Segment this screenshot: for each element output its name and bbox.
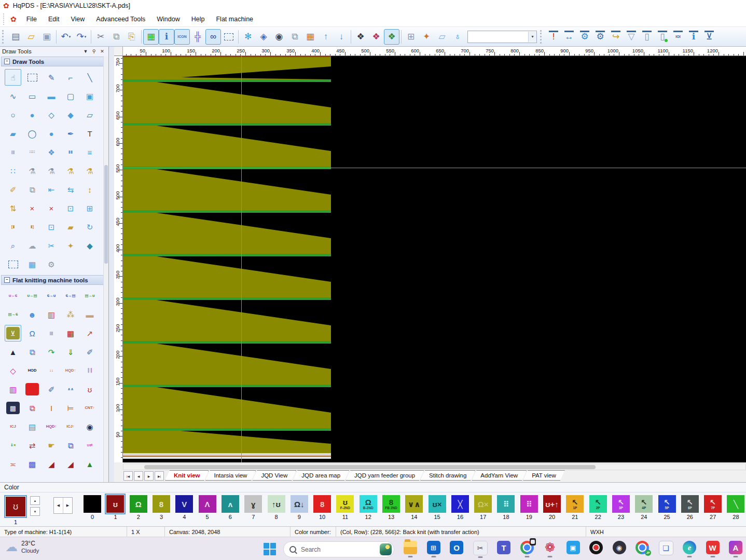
tool-export-drawing[interactable]: ↗ (81, 325, 98, 342)
toolbar-calculator-button[interactable]: ⊞ (403, 29, 419, 45)
toolbar-machine-info-button[interactable]: ℹ (686, 29, 701, 45)
tool-crop-window[interactable]: ✂ (43, 237, 60, 254)
tool-needle-bars[interactable]: ||| (43, 325, 60, 342)
collapse-icon[interactable]: − (4, 277, 10, 283)
tool-blur-square[interactable]: ▩ (24, 456, 40, 472)
tool-yarn-network-tree[interactable]: ⁂ (62, 306, 79, 323)
tool-layer-button[interactable]: ▬ (81, 306, 98, 323)
panel-splitter[interactable] (109, 47, 114, 482)
tool-solid-triangle[interactable]: ◢ (62, 456, 79, 472)
tool-text[interactable]: T (81, 125, 98, 142)
tool-select-hand[interactable]: ☝ (5, 69, 21, 86)
tab-nav-last-button[interactable]: ▶| (155, 471, 164, 481)
tool-carrier-bars[interactable]: ║║ (81, 362, 98, 379)
start-button[interactable] (264, 543, 276, 555)
redo-dropdown-icon[interactable]: ▾ (85, 35, 87, 39)
tool-hand-card[interactable]: ☛ (43, 437, 60, 454)
tool-rounded-rectangle[interactable]: ▢ (62, 88, 79, 104)
toolbar-marquee-tool-button[interactable] (221, 29, 237, 45)
color-swatch-11[interactable]: ʊF-2ND (336, 495, 354, 513)
toolbar-icon-view-toggle-button[interactable]: ICON (174, 29, 190, 45)
toolbar-needle-io-button[interactable]: IOI (670, 29, 686, 45)
color-swatch-2[interactable]: Ω (130, 495, 147, 513)
tool-transfer-back-to-front[interactable]: ϐ→ʊ (43, 288, 60, 304)
tool-carrier-down-arrows[interactable]: ↓↓ (43, 362, 60, 379)
tab-knit-view[interactable]: Knit view (165, 470, 209, 481)
panel-scrollbar[interactable] (103, 56, 108, 482)
tool-vertical-gap-2[interactable]: ⇅ (5, 200, 21, 216)
tab-addyarn-view[interactable]: AddYarn View (472, 470, 527, 481)
taskbar-app-file-explorer[interactable] (404, 541, 417, 554)
canvas-scrollbar-thumb[interactable] (144, 465, 596, 469)
tool-loop-swap[interactable]: ʊ⇄ (81, 437, 98, 454)
toolbar-save-file-button[interactable]: ▣ (39, 29, 54, 45)
taskbar-app-chrome-watch[interactable] (520, 541, 534, 554)
tool-dot-circle-pattern[interactable]: ◉ (81, 418, 98, 435)
color-swatch-4[interactable]: V (175, 495, 193, 513)
taskbar-weather-widget[interactable]: ☁ 23°C Cloudy (5, 540, 39, 554)
taskbar-app-snipping-tool[interactable]: ✂ (473, 541, 488, 555)
tool-frame-both[interactable]: ⊡ (43, 218, 60, 235)
toolbar-layer-compare-red-button[interactable]: ❖ (368, 29, 384, 45)
tool-rectangle[interactable]: ▭ (24, 88, 40, 104)
taskbar-app-screen-capture[interactable]: ▣ (567, 541, 580, 554)
color-swatch-6[interactable]: ʌ (222, 495, 239, 513)
color-swatch-19[interactable]: ⠿ (520, 495, 538, 513)
color-swatch-8[interactable]: ↑ʊ (268, 495, 285, 513)
toolbar-shield-tool-button[interactable]: ◈ (256, 29, 271, 45)
color-swatch-27[interactable]: ↖7P (704, 495, 722, 513)
tool-delete-column[interactable]: × (43, 200, 60, 216)
palette-scroll-left-button[interactable]: ◀ (54, 498, 63, 513)
tool-bracket-left[interactable]: [▮ (5, 218, 21, 235)
color-swatch-25[interactable]: ↖5P (658, 495, 676, 513)
tool-fill-bucket-angle[interactable]: ⚗ (81, 162, 98, 179)
tool-hod-tool[interactable]: HOD (24, 362, 40, 379)
color-swatch-17[interactable]: Ω× (474, 495, 492, 513)
tab-jqd-yarn-feeder-group[interactable]: JQD yarn feeder group (346, 470, 424, 481)
tab-stitch-drawing[interactable]: Stitch drawing (420, 470, 475, 481)
color-swatch-14[interactable]: ∨∧ (405, 495, 423, 513)
tab-nav-prev-button[interactable]: ◀ (134, 471, 143, 481)
tool-ibeam[interactable]: I (43, 400, 60, 416)
toolbar-redo-button[interactable]: ↷▾ (74, 29, 89, 45)
tab-intarsia-view[interactable]: Intarsia view (205, 470, 256, 481)
toolbar-machine-transfer-arrows-button[interactable]: ↔ (561, 29, 577, 45)
tool-dashed-rows[interactable]: ≍ (5, 456, 21, 472)
undo-dropdown-icon[interactable]: ▾ (69, 35, 71, 39)
toolbar-undo-button[interactable]: ↶▾ (58, 29, 74, 45)
toolbar-import-screen-button[interactable]: ↑ (318, 29, 334, 45)
toolbar-usb-connected-button[interactable]: ▯ (655, 29, 670, 45)
toolbar-new-file-button[interactable]: ▤ (8, 29, 23, 45)
toolbar-layer-compare-black-button[interactable]: ❖ (353, 29, 368, 45)
menu-help[interactable]: Help (186, 13, 211, 25)
tool-overlap-squares[interactable]: ⧉ (24, 400, 40, 416)
tool-loop-ring[interactable]: ʊ (81, 381, 98, 398)
tool-hqd-up-2[interactable]: HQD↑ (43, 418, 60, 435)
taskbar-app-teams[interactable]: T (497, 541, 510, 554)
toolbar-snowflake-tool-button[interactable]: ✻ (240, 29, 256, 45)
toolbar-machine-gear-settings-button[interactable]: ⚙ (592, 29, 608, 45)
color-swatch-13[interactable]: 8FB 2ND (382, 495, 400, 513)
tool-brick-pattern[interactable]: ▦ (62, 325, 79, 342)
tool-steps-triangle[interactable]: ◢ (43, 456, 60, 472)
tool-diamond-marker[interactable]: ◇ (5, 362, 21, 379)
tool-eraser[interactable]: ◆ (81, 237, 98, 254)
taskbar-app-screen-recorder[interactable] (589, 541, 603, 554)
tool-transfer-back-to-rack[interactable]: ϐ→▤ (62, 288, 79, 304)
tool-copy-frames[interactable]: ⧉ (62, 437, 79, 454)
tool-bracket-right[interactable]: ▮] (24, 218, 40, 235)
color-spin-down-button[interactable]: ▼ (30, 507, 40, 516)
tool-garment-outline[interactable]: Ω (24, 325, 40, 342)
tool-cloud[interactable]: ☁ (24, 237, 40, 254)
machine-program-combobox[interactable]: ▾ (467, 31, 537, 43)
tool-fill-bucket[interactable]: ⚗ (24, 162, 40, 179)
combobox-dropdown-icon[interactable]: ▾ (528, 32, 536, 42)
tool-yarn-feeder-funnel[interactable]: ⊻ (5, 325, 21, 342)
taskbar-app-red-swirl-app[interactable]: ❁ (543, 541, 557, 554)
tool-transfer-rack-to-front[interactable]: ▤→ʊ (81, 288, 98, 304)
tool-eyedropper[interactable]: ✒ (62, 125, 79, 142)
color-spin-up-button[interactable]: ▲ (30, 496, 40, 505)
tool-copy-pages[interactable]: ⧉ (24, 181, 40, 198)
canvas-horizontal-scrollbar[interactable] (123, 463, 746, 470)
toolbar-machine-export-folder-button[interactable]: ↪ (608, 29, 624, 45)
